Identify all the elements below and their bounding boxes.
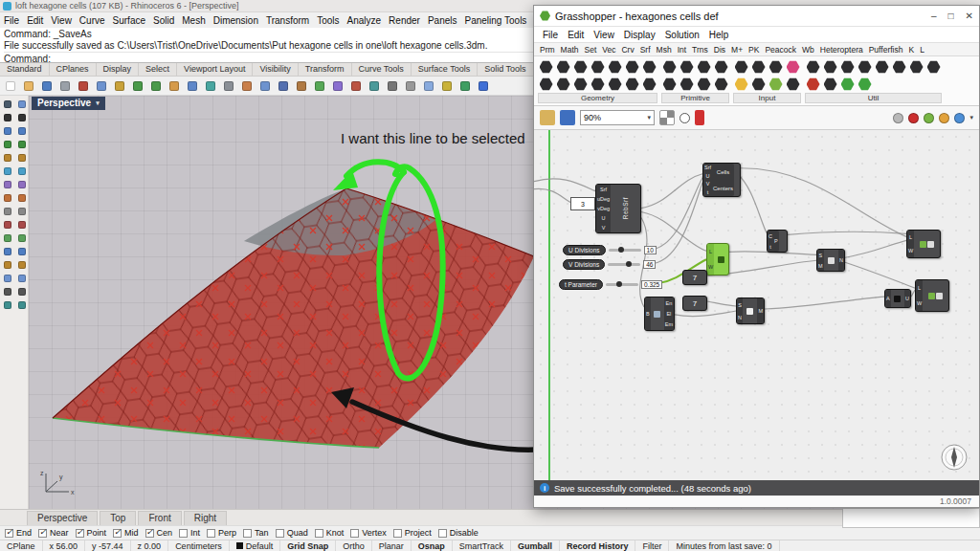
- boolean-icon[interactable]: [1, 218, 13, 231]
- checkbox-icon[interactable]: [5, 529, 13, 538]
- slider-knob[interactable]: [626, 261, 632, 267]
- menu-item[interactable]: Dimension: [210, 15, 262, 26]
- osnap-toggle[interactable]: Perp: [207, 528, 236, 538]
- category-tab[interactable]: Crv: [621, 45, 634, 55]
- analysis-icon[interactable]: [15, 298, 28, 311]
- component-icon[interactable]: [679, 59, 695, 76]
- osnap-toggle[interactable]: Cen: [145, 528, 173, 538]
- category-tab[interactable]: K: [908, 45, 914, 55]
- component-icon[interactable]: [805, 59, 821, 76]
- menu-item[interactable]: Transform: [262, 15, 313, 26]
- jitter-component[interactable]: SN M: [736, 298, 765, 324]
- toolbar-tab[interactable]: Visibility: [253, 63, 298, 76]
- scale-icon[interactable]: [311, 77, 328, 94]
- checkbox-icon[interactable]: [243, 529, 252, 538]
- checkbox-icon[interactable]: [350, 529, 359, 538]
- component-icon[interactable]: [805, 77, 821, 93]
- object-properties-icon[interactable]: [256, 77, 274, 94]
- solid-icon[interactable]: [15, 191, 28, 204]
- weave-component[interactable]: LW: [906, 230, 941, 258]
- slider-knob[interactable]: [616, 281, 622, 287]
- point-icon[interactable]: [1, 111, 13, 123]
- checkbox-icon[interactable]: [315, 529, 323, 538]
- mesh-tools-icon[interactable]: [15, 231, 28, 244]
- palette-group-label[interactable]: Primitive: [661, 93, 729, 103]
- category-tab[interactable]: M+: [731, 45, 743, 55]
- component-icon[interactable]: [768, 77, 784, 93]
- status-cell[interactable]: z 0.00: [131, 540, 169, 551]
- status-cell[interactable]: Ortho: [336, 540, 372, 551]
- component-icon[interactable]: [874, 59, 890, 76]
- osnap-toggle[interactable]: Near: [38, 528, 69, 538]
- paneling-icon[interactable]: [1, 298, 13, 311]
- copy-tool-icon[interactable]: [15, 245, 28, 257]
- menu-item[interactable]: File: [538, 30, 563, 40]
- menu-item[interactable]: Tools: [313, 15, 343, 26]
- loft-icon[interactable]: [15, 165, 28, 177]
- menu-item[interactable]: Panels: [424, 15, 461, 26]
- toolbar-tab[interactable]: Select: [139, 63, 177, 76]
- category-tab[interactable]: Set: [585, 45, 597, 55]
- palette-group-label[interactable]: Util: [805, 93, 942, 103]
- revolve-icon[interactable]: [15, 178, 28, 190]
- category-tab[interactable]: Prm: [540, 45, 555, 55]
- copy-icon[interactable]: [93, 77, 110, 94]
- preview-shaded-icon[interactable]: [908, 113, 919, 123]
- print-icon[interactable]: [56, 77, 74, 94]
- smn-component[interactable]: SM N: [816, 249, 845, 272]
- points-icon[interactable]: [15, 111, 28, 123]
- v-divisions-slider[interactable]: V Divisions 46: [563, 258, 656, 271]
- rotate-icon[interactable]: [293, 77, 310, 94]
- component-icon[interactable]: [661, 59, 678, 76]
- category-tab[interactable]: Msh: [657, 45, 672, 55]
- viewport-tab[interactable]: Top: [100, 511, 136, 525]
- preview-wireframe-icon[interactable]: [893, 113, 903, 123]
- toolbar-tab[interactable]: Standard: [0, 63, 50, 76]
- category-tab[interactable]: Math: [561, 45, 579, 55]
- component-icon[interactable]: [607, 59, 623, 76]
- sphere-icon[interactable]: [15, 205, 28, 217]
- array-icon[interactable]: [15, 272, 28, 284]
- status-cell[interactable]: x 56.00: [43, 540, 86, 551]
- checkbox-icon[interactable]: [179, 529, 188, 538]
- category-tab[interactable]: Dis: [714, 45, 725, 55]
- au-component[interactable]: A U: [884, 289, 911, 308]
- arrow-icon[interactable]: [857, 77, 873, 93]
- category-tab[interactable]: Peacock: [765, 45, 796, 55]
- toolbar-tab[interactable]: Solid Tools: [478, 63, 533, 76]
- component-icon[interactable]: [538, 59, 554, 76]
- chevron-down-icon[interactable]: ▾: [969, 114, 973, 121]
- cells-component[interactable]: SrfU Vt Cells Centers: [702, 163, 741, 197]
- category-tab[interactable]: L: [920, 45, 924, 55]
- component-icon[interactable]: [555, 59, 571, 76]
- component-icon[interactable]: [713, 59, 729, 76]
- checkbox-icon[interactable]: [113, 529, 122, 538]
- osnap-toggle[interactable]: Vertex: [350, 528, 387, 538]
- cut-icon[interactable]: [75, 77, 92, 94]
- component-icon[interactable]: [641, 77, 657, 93]
- zoom-extents-icon[interactable]: [220, 77, 237, 94]
- redo-icon[interactable]: [147, 77, 165, 94]
- status-cell[interactable]: Filter: [635, 540, 669, 551]
- layer-icon[interactable]: [238, 77, 256, 94]
- sketch-pen-icon[interactable]: [695, 110, 704, 125]
- component-icon[interactable]: [733, 59, 749, 76]
- extrude-icon[interactable]: [1, 191, 13, 204]
- toolbar-tab[interactable]: Viewport Layout: [177, 63, 253, 76]
- split-icon[interactable]: [366, 77, 383, 94]
- preview-material-icon[interactable]: [939, 113, 949, 123]
- menu-item[interactable]: Edit: [23, 15, 47, 26]
- zoom-select[interactable]: 90%▾: [580, 110, 655, 125]
- component-icon[interactable]: [590, 59, 606, 76]
- component-icon[interactable]: [696, 59, 712, 76]
- box-component[interactable]: B EnElEm: [644, 297, 675, 331]
- component-icon[interactable]: [713, 77, 729, 93]
- save-icon[interactable]: [560, 110, 575, 125]
- polyline-icon[interactable]: [1, 124, 13, 137]
- osnap-toggle[interactable]: Point: [76, 528, 107, 538]
- grasshopper-titlebar[interactable]: Grasshopper - hexagones cells def – □ ✕: [534, 6, 979, 27]
- component-icon[interactable]: [908, 59, 924, 76]
- eye-icon[interactable]: [679, 113, 690, 123]
- status-cell[interactable]: Osnap: [412, 540, 453, 551]
- toolbar-tab[interactable]: Surface Tools: [412, 63, 478, 76]
